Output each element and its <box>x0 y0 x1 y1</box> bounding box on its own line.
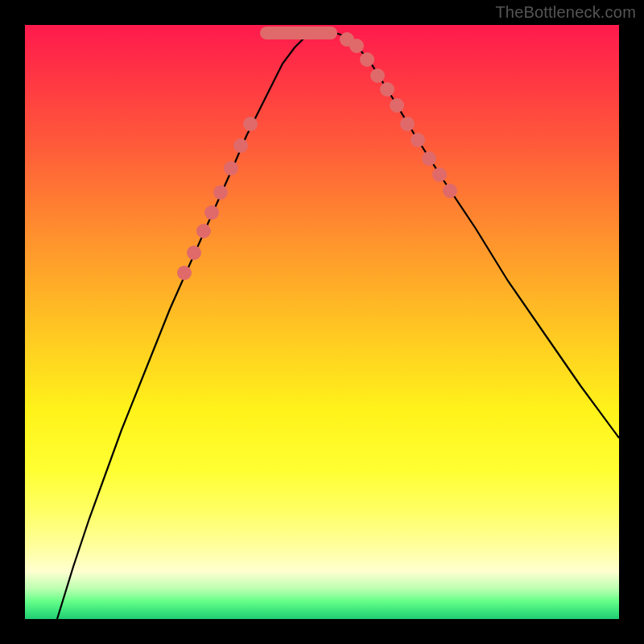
data-point-marker <box>224 161 238 175</box>
watermark-text: TheBottleneck.com <box>495 3 636 22</box>
flat-bottom-segment <box>260 27 337 39</box>
data-point-marker <box>380 82 394 97</box>
data-point-marker <box>370 68 385 83</box>
data-point-marker <box>187 246 201 260</box>
data-point-marker <box>177 266 192 280</box>
data-point-marker <box>204 205 219 220</box>
data-point-marker <box>243 117 258 131</box>
data-point-marker <box>411 133 425 147</box>
data-point-marker <box>443 184 457 198</box>
data-point-marker <box>196 224 211 238</box>
flat-segment-bar <box>260 27 337 39</box>
data-point-marker <box>213 185 228 200</box>
data-point-marker <box>422 151 436 166</box>
data-point-marker <box>360 52 374 67</box>
data-point-marker <box>233 138 248 153</box>
data-point-marker <box>349 39 364 53</box>
data-point-marker <box>390 98 404 113</box>
data-point-marker <box>432 167 447 182</box>
bottleneck-plot <box>25 25 619 619</box>
data-point-marker <box>400 117 415 131</box>
chart-area <box>25 25 619 619</box>
bottleneck-curve <box>57 31 619 619</box>
data-markers <box>177 32 457 280</box>
